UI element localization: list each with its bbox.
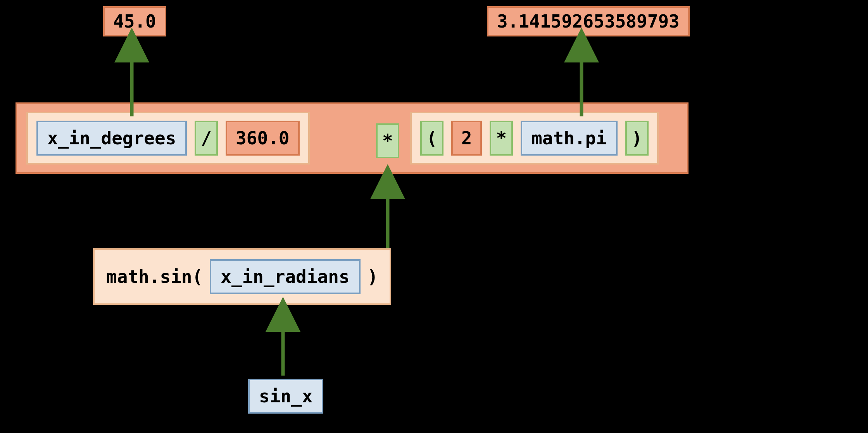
paren-group: ( 2 * math.pi )	[410, 112, 659, 165]
arrows-layer	[0, 0, 868, 433]
variable-math-pi: math.pi	[521, 121, 618, 156]
value-box-pi: 3.141592653589793	[487, 6, 690, 36]
value-box-degrees: 45.0	[103, 6, 166, 36]
operator-multiply-outer: *	[376, 123, 399, 158]
operator-divide: /	[195, 121, 218, 156]
paren-open: (	[420, 121, 443, 156]
operator-multiply-inner: *	[490, 121, 513, 156]
call-suffix: )	[368, 266, 378, 287]
literal-360: 360.0	[226, 121, 299, 156]
division-group: x_in_degrees / 360.0	[26, 112, 310, 165]
variable-x-in-radians: x_in_radians	[210, 259, 360, 294]
paren-close: )	[625, 121, 649, 156]
literal-2: 2	[451, 121, 482, 156]
variable-sin-x: sin_x	[248, 379, 323, 414]
variable-x-in-degrees: x_in_degrees	[36, 121, 187, 156]
function-call-box: math.sin( x_in_radians )	[93, 248, 391, 305]
diagram-stage: 45.0 3.141592653589793 x_in_degrees / 36…	[0, 0, 868, 433]
call-prefix: math.sin(	[106, 266, 203, 287]
